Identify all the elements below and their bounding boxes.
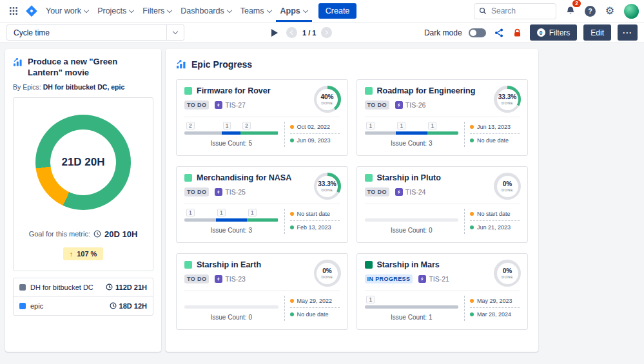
due-date-row: Jun 21, 2023 <box>470 222 520 234</box>
nav-item-apps[interactable]: Apps <box>276 0 312 22</box>
metric-select[interactable]: Cycle time <box>6 24 184 41</box>
issue-count: Issue Count: 5 <box>184 140 278 147</box>
edit-button[interactable]: Edit <box>583 24 611 41</box>
progress-segment-done <box>427 131 458 135</box>
due-date-dot <box>290 312 294 316</box>
next-page-button[interactable] <box>321 27 332 38</box>
due-date: Jun 21, 2023 <box>477 224 511 231</box>
issue-key[interactable]: TIS-21 <box>418 275 449 283</box>
progress-segment-in_progress <box>222 131 240 135</box>
issue-key[interactable]: TIS-24 <box>395 188 426 196</box>
cycle-time-panel: Produce a new "Green Lantern" movie By E… <box>5 49 161 352</box>
jira-logo-icon[interactable] <box>23 3 40 19</box>
epic-legend: DH for bitbucket DC 112D 21H epic 18D 12… <box>13 278 153 316</box>
issue-key-label: TIS-26 <box>405 101 426 109</box>
epic-type-icon <box>215 101 222 109</box>
progress-percent: 33.3% <box>498 93 516 101</box>
legend-value: 18D 12H <box>110 302 147 310</box>
count-chip: 1 <box>366 296 375 303</box>
count-chip: 1 <box>186 209 195 216</box>
progress-segment-todo <box>184 131 222 135</box>
count-chips: 1 <box>365 296 459 305</box>
prev-page-button[interactable] <box>286 27 297 38</box>
epic-card: 33.3%DONEMerchandising for NASATO DOTIS-… <box>176 166 348 243</box>
dashboard-content: Produce a new "Green Lantern" movie By E… <box>0 43 644 358</box>
lock-icon[interactable] <box>512 24 523 41</box>
progress-done-label: DONE <box>322 101 333 105</box>
date-column: No start dateFeb 13, 2023 <box>284 209 340 234</box>
due-date-row: No due date <box>290 309 340 321</box>
due-date-dot <box>470 139 474 142</box>
dark-mode-toggle[interactable] <box>469 28 486 37</box>
epic-name[interactable]: Firmware for Rover <box>197 86 271 95</box>
progress-bar <box>365 218 459 222</box>
notifications-button[interactable]: 2 <box>562 3 579 19</box>
app-switcher-icon[interactable] <box>5 3 22 19</box>
issue-key[interactable]: TIS-27 <box>215 101 246 109</box>
count-chips <box>184 296 278 305</box>
progress-done-label: DONE <box>502 188 513 192</box>
epic-color-icon <box>184 261 192 269</box>
nav-item-teams[interactable]: Teams <box>236 0 276 22</box>
nav-item-your-work[interactable]: Your work <box>41 0 93 22</box>
legend-label: DH for bitbucket DC <box>30 283 101 291</box>
date-column: May 29, 2023Mar 28, 2024 <box>464 296 520 321</box>
subtitle-label: By Epics: <box>13 83 41 91</box>
issue-count: Issue Count: 0 <box>184 314 278 321</box>
progress-bar-area: Issue Count: 0 <box>365 209 465 234</box>
search-icon <box>479 7 487 15</box>
due-date-dot <box>470 225 474 229</box>
progress-done-label: DONE <box>502 275 513 279</box>
progress-segment-todo <box>365 305 459 309</box>
epic-name[interactable]: Roadmap for Engineering <box>377 86 476 95</box>
start-date: Jun 13, 2023 <box>477 124 511 130</box>
filters-button[interactable]: 0 Filters <box>530 24 578 41</box>
filters-count-badge: 0 <box>537 28 545 37</box>
cycle-time-value: 21D 20H <box>50 129 116 195</box>
top-navigation: Your workProjectsFiltersDashboardsTeamsA… <box>0 0 644 23</box>
legend-row[interactable]: DH for bitbucket DC 112D 21H <box>14 278 153 296</box>
epic-progress-section: Issue Count: 0May 29, 2022No due date <box>184 291 340 321</box>
legend-row[interactable]: epic 18D 12H <box>14 296 153 315</box>
help-button[interactable]: ? <box>585 6 596 17</box>
more-options-button[interactable]: ··· <box>618 24 638 41</box>
progress-donut: 0%DONE <box>314 260 341 287</box>
search-box[interactable] <box>474 3 556 19</box>
epic-name[interactable]: Starship in Pluto <box>377 173 441 182</box>
nav-item-filters[interactable]: Filters <box>138 0 176 22</box>
epic-name[interactable]: Starship in Earth <box>197 260 261 269</box>
epic-name[interactable]: Merchandising for NASA <box>197 173 291 182</box>
nav-item-dashboards[interactable]: Dashboards <box>176 0 235 22</box>
cycle-time-donut: 21D 20H <box>35 115 131 210</box>
progress-bar <box>184 131 278 135</box>
issue-key[interactable]: TIS-26 <box>395 101 426 109</box>
epic-color-icon <box>184 87 192 95</box>
status-badge: TO DO <box>184 187 209 196</box>
progress-segment-todo <box>184 218 216 222</box>
chevron-down-icon <box>266 7 271 12</box>
count-chips <box>365 209 459 218</box>
count-chips: 111 <box>365 122 459 131</box>
progress-donut-label: 0%DONE <box>497 263 518 284</box>
start-date-dot <box>470 125 474 129</box>
progress-segment-in_progress <box>396 131 427 135</box>
issue-key-label: TIS-25 <box>225 188 246 196</box>
settings-gear-icon[interactable] <box>601 3 618 19</box>
nav-item-projects[interactable]: Projects <box>93 0 138 22</box>
search-input[interactable] <box>490 6 551 16</box>
create-button[interactable]: Create <box>318 3 357 19</box>
play-button[interactable] <box>271 29 278 37</box>
share-icon[interactable] <box>493 24 505 41</box>
progress-donut: 33.3%DONE <box>314 173 341 200</box>
issue-key[interactable]: TIS-23 <box>215 275 246 283</box>
goal-delta-value: 107 % <box>77 250 97 258</box>
epic-type-icon <box>215 275 222 283</box>
toggle-knob <box>470 30 476 36</box>
due-date-row: Feb 13, 2023 <box>290 222 340 234</box>
epic-name[interactable]: Starship in Mars <box>377 260 440 269</box>
issue-key-label: TIS-27 <box>225 101 246 109</box>
epic-card: 0%DONEStarship in PlutoTO DOTIS-24Issue … <box>356 166 529 243</box>
epic-progress-title: Epic Progress <box>191 59 252 70</box>
user-avatar[interactable] <box>624 4 639 19</box>
issue-key[interactable]: TIS-25 <box>215 188 246 196</box>
